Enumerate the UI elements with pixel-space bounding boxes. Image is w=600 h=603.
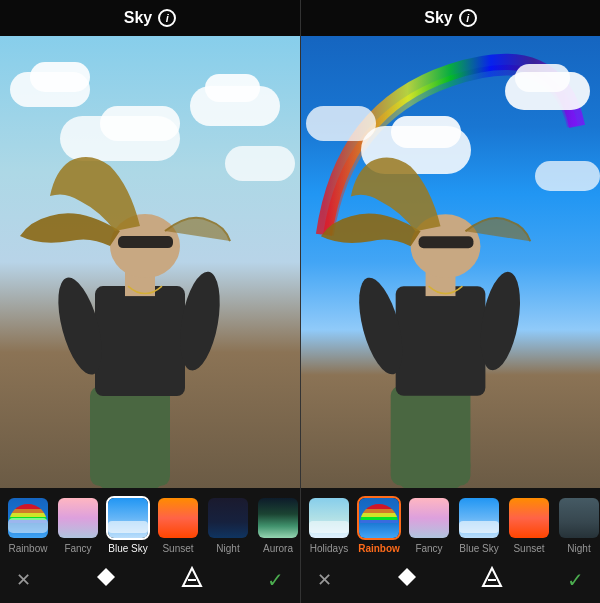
svg-rect-7 — [118, 236, 173, 248]
right-filter-rainbow[interactable]: Rainbow — [357, 496, 401, 554]
right-confirm-button[interactable]: ✓ — [567, 568, 584, 592]
right-filter-sunset-label: Sunset — [513, 543, 544, 554]
person-left — [0, 104, 300, 488]
svg-marker-9 — [183, 568, 201, 586]
left-filter-sunset[interactable]: Sunset — [156, 496, 200, 554]
right-panel: Sky i — [300, 0, 600, 603]
right-erase-button[interactable] — [396, 566, 418, 593]
left-photo-area — [0, 36, 300, 488]
right-filter-fancy[interactable]: Fancy — [407, 496, 451, 554]
svg-rect-18 — [419, 236, 474, 248]
right-filter-holidays[interactable]: Holidays — [307, 496, 351, 554]
right-photo-bg — [301, 36, 600, 488]
left-confirm-button[interactable]: ✓ — [267, 568, 284, 592]
right-filter-rainbow-label: Rainbow — [358, 543, 400, 554]
person-right — [301, 104, 600, 488]
svg-marker-8 — [97, 568, 115, 586]
svg-rect-13 — [396, 286, 486, 396]
left-filter-bluesky[interactable]: Blue Sky — [106, 496, 150, 554]
left-erase-button[interactable] — [95, 566, 117, 593]
right-filter-fancy-label: Fancy — [415, 543, 442, 554]
svg-rect-12 — [391, 386, 471, 486]
right-filter-night-label: Night — [567, 543, 590, 554]
left-filter-rainbow[interactable]: Rainbow — [6, 496, 50, 554]
svg-rect-1 — [90, 386, 170, 486]
svg-rect-2 — [95, 286, 185, 396]
svg-marker-19 — [398, 568, 416, 586]
left-toolbar: ✕ ✓ — [0, 558, 300, 603]
left-cancel-button[interactable]: ✕ — [16, 569, 31, 591]
left-filter-sunset-label: Sunset — [162, 543, 193, 554]
svg-marker-20 — [483, 568, 501, 586]
left-info-icon[interactable]: i — [158, 9, 176, 27]
left-brush-button[interactable] — [181, 566, 203, 593]
right-cancel-button[interactable]: ✕ — [317, 569, 332, 591]
left-filter-fancy-label: Fancy — [64, 543, 91, 554]
left-photo-bg — [0, 36, 300, 488]
left-panel: Sky i — [0, 0, 300, 603]
left-filter-bluesky-label: Blue Sky — [108, 543, 147, 554]
left-filter-rainbow-label: Rainbow — [9, 543, 48, 554]
right-brush-button[interactable] — [481, 566, 503, 593]
right-toolbar: ✕ ✓ — [301, 558, 600, 603]
right-photo-area — [301, 36, 600, 488]
right-filter-bluesky[interactable]: Blue Sky — [457, 496, 501, 554]
right-filter-bluesky-label: Blue Sky — [459, 543, 498, 554]
left-bottom-section: Rainbow Fancy Blue Sky — [0, 488, 300, 603]
left-filter-aurora-label: Aurora — [263, 543, 293, 554]
right-top-bar: Sky i — [301, 0, 600, 36]
right-bottom-section: Holidays — [301, 488, 600, 603]
left-top-bar: Sky i — [0, 0, 300, 36]
right-filter-strip: Holidays — [301, 488, 600, 558]
right-title: Sky — [424, 9, 452, 27]
right-filter-sunset[interactable]: Sunset — [507, 496, 551, 554]
right-filter-night[interactable]: Night — [557, 496, 600, 554]
left-filter-aurora[interactable]: Aurora — [256, 496, 300, 554]
left-filter-strip: Rainbow Fancy Blue Sky — [0, 488, 300, 558]
left-title: Sky — [124, 9, 152, 27]
left-filter-night[interactable]: Night — [206, 496, 250, 554]
left-filter-fancy[interactable]: Fancy — [56, 496, 100, 554]
right-info-icon[interactable]: i — [459, 9, 477, 27]
left-filter-night-label: Night — [216, 543, 239, 554]
right-filter-holidays-label: Holidays — [310, 543, 348, 554]
